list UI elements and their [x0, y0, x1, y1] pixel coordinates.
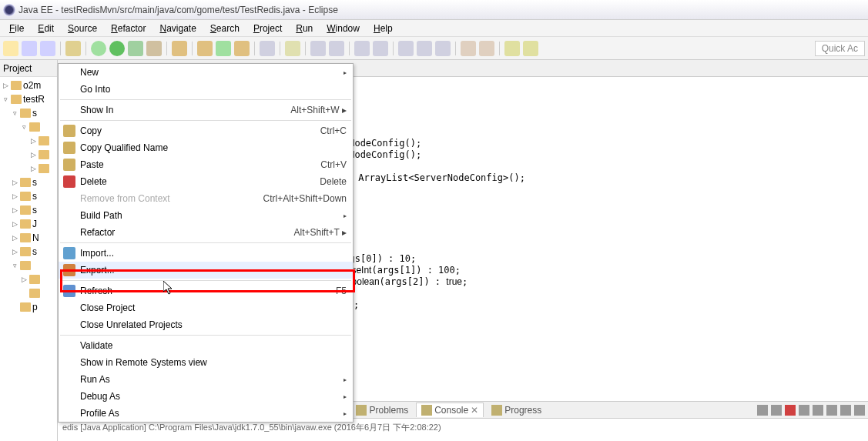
- tab-progress[interactable]: Progress: [487, 403, 546, 417]
- quick-access[interactable]: Quick Ac: [815, 41, 865, 56]
- menu-item-refactor[interactable]: RefactorAlt+Shift+T ▸: [59, 224, 353, 241]
- menu-window[interactable]: Window: [320, 22, 366, 35]
- menu-item-build-path[interactable]: Build Path▸: [59, 207, 353, 224]
- menu-item-export-[interactable]: Export...: [59, 262, 353, 279]
- menu-item-go-into[interactable]: Go Into: [59, 81, 353, 98]
- menu-help[interactable]: Help: [367, 22, 399, 35]
- run-button[interactable]: [109, 41, 125, 56]
- tree-item[interactable]: ▷: [2, 272, 55, 286]
- back-button[interactable]: [504, 41, 520, 56]
- menu-item-copy-qualified-name[interactable]: Copy Qualified Name: [59, 139, 353, 156]
- tb-misc1[interactable]: [310, 41, 326, 56]
- toggle-icon[interactable]: [826, 405, 837, 416]
- tree-item[interactable]: [2, 286, 55, 300]
- forward-button[interactable]: [523, 41, 538, 56]
- new-class-button[interactable]: [216, 41, 231, 56]
- tb-misc5[interactable]: [398, 41, 414, 56]
- tb-misc8[interactable]: [461, 41, 476, 56]
- tab-console[interactable]: Console ✕: [416, 403, 484, 417]
- tree-item[interactable]: ▿testR: [2, 92, 55, 106]
- console-process-line: edis [Java Application] C:\Program Files…: [62, 422, 863, 433]
- debug-button[interactable]: [91, 41, 106, 56]
- menu-item-import-[interactable]: Import...: [59, 245, 353, 262]
- new-button[interactable]: [3, 41, 18, 56]
- tree-item[interactable]: ▿: [2, 120, 55, 134]
- tree-item[interactable]: ▷s: [2, 189, 55, 203]
- tb-misc2[interactable]: [329, 41, 344, 56]
- tb-misc7[interactable]: [435, 41, 451, 56]
- menu-item-remove-from-context: Remove from ContextCtrl+Alt+Shift+Down: [59, 190, 353, 207]
- menu-item-close-unrelated-projects[interactable]: Close Unrelated Projects: [59, 316, 353, 333]
- clear-icon[interactable]: [799, 405, 809, 416]
- menu-run[interactable]: Run: [290, 22, 319, 35]
- refresh-icon: [63, 285, 75, 297]
- tree-item[interactable]: p: [2, 300, 55, 314]
- search-button[interactable]: [285, 41, 300, 56]
- menu-search[interactable]: Search: [204, 22, 246, 35]
- run-last-button[interactable]: [128, 41, 143, 56]
- tree-item[interactable]: ▿: [2, 259, 55, 272]
- copy-icon: [63, 142, 75, 154]
- menu-item-validate[interactable]: Validate: [59, 337, 353, 354]
- menu-item-copy[interactable]: CopyCtrl+C: [59, 122, 353, 139]
- menu-item-show-in[interactable]: Show InAlt+Shift+W ▸: [59, 102, 353, 119]
- tb-misc4[interactable]: [373, 41, 388, 56]
- eclipse-icon: [3, 4, 15, 16]
- project-explorer: Project ▷o2m▿testR▿s▿▷▷▷▷s▷s▷s▷J▷N▷s▿▷p: [0, 60, 58, 441]
- paste-icon: [63, 159, 75, 171]
- pin-icon[interactable]: [757, 405, 768, 416]
- new-type-button[interactable]: [234, 41, 250, 56]
- max-icon[interactable]: [854, 405, 865, 416]
- ext-tools-button[interactable]: [146, 41, 162, 56]
- project-explorer-label: Project: [3, 63, 32, 74]
- context-menu[interactable]: New▸Go IntoShow InAlt+Shift+W ▸CopyCtrl+…: [58, 63, 354, 423]
- menu-source[interactable]: Source: [62, 22, 103, 35]
- menu-item-paste[interactable]: PasteCtrl+V: [59, 156, 353, 173]
- build-button[interactable]: [65, 41, 81, 56]
- menu-file[interactable]: File: [3, 22, 30, 35]
- menu-item-close-project[interactable]: Close Project: [59, 299, 353, 316]
- remove-all-icon[interactable]: [771, 405, 782, 416]
- titlebar: Java EE - testRedisMvn/src/main/java/com…: [0, 0, 868, 20]
- menu-item-delete[interactable]: DeleteDelete: [59, 173, 353, 190]
- menu-item-debug-as[interactable]: Debug As▸: [59, 388, 353, 405]
- new-pkg-button[interactable]: [197, 41, 213, 56]
- save-button[interactable]: [22, 41, 37, 56]
- copy-icon: [63, 125, 75, 137]
- min-icon[interactable]: [840, 405, 851, 416]
- export-icon: [63, 264, 75, 276]
- menu-item-show-in-remote-systems-view[interactable]: Show in Remote Systems view: [59, 354, 353, 371]
- tree-item[interactable]: ▿s: [2, 106, 55, 120]
- menu-navigate[interactable]: Navigate: [153, 22, 202, 35]
- scroll-lock-icon[interactable]: [813, 405, 823, 416]
- save-all-button[interactable]: [40, 41, 55, 56]
- tree-item[interactable]: ▷s: [2, 203, 55, 217]
- tree-item[interactable]: ▷: [2, 148, 55, 162]
- menu-refactor[interactable]: Refactor: [105, 22, 152, 35]
- project-tree[interactable]: ▷o2m▿testR▿s▿▷▷▷▷s▷s▷s▷J▷N▷s▿▷p: [0, 77, 57, 316]
- terminate-icon[interactable]: [785, 405, 796, 416]
- tree-item[interactable]: ▷s: [2, 175, 55, 189]
- window-title: Java EE - testRedisMvn/src/main/java/com…: [18, 5, 338, 15]
- tb-misc6[interactable]: [417, 41, 432, 56]
- menu-edit[interactable]: Edit: [32, 22, 60, 35]
- new-server-button[interactable]: [172, 41, 187, 56]
- tree-item[interactable]: ▷o2m: [2, 79, 55, 92]
- menu-item-refresh[interactable]: RefreshF5: [59, 282, 353, 299]
- tab-problems[interactable]: Problems: [351, 403, 413, 417]
- tree-item[interactable]: ▷J: [2, 217, 55, 231]
- menu-item-profile-as[interactable]: Profile As▸: [59, 405, 353, 422]
- menu-project[interactable]: Project: [247, 22, 288, 35]
- menu-item-run-as[interactable]: Run As▸: [59, 371, 353, 388]
- open-type-button[interactable]: [260, 41, 275, 56]
- tb-misc3[interactable]: [354, 41, 370, 56]
- tree-item[interactable]: ▷: [2, 162, 55, 175]
- menu-item-new[interactable]: New▸: [59, 64, 353, 81]
- tree-item[interactable]: ▷s: [2, 245, 55, 259]
- tb-misc9[interactable]: [479, 41, 494, 56]
- tree-item[interactable]: ▷N: [2, 231, 55, 245]
- menubar: FileEditSourceRefactorNavigateSearchProj…: [0, 20, 868, 37]
- project-explorer-header: Project: [0, 60, 57, 77]
- import-icon: [63, 247, 75, 259]
- tree-item[interactable]: ▷: [2, 134, 55, 148]
